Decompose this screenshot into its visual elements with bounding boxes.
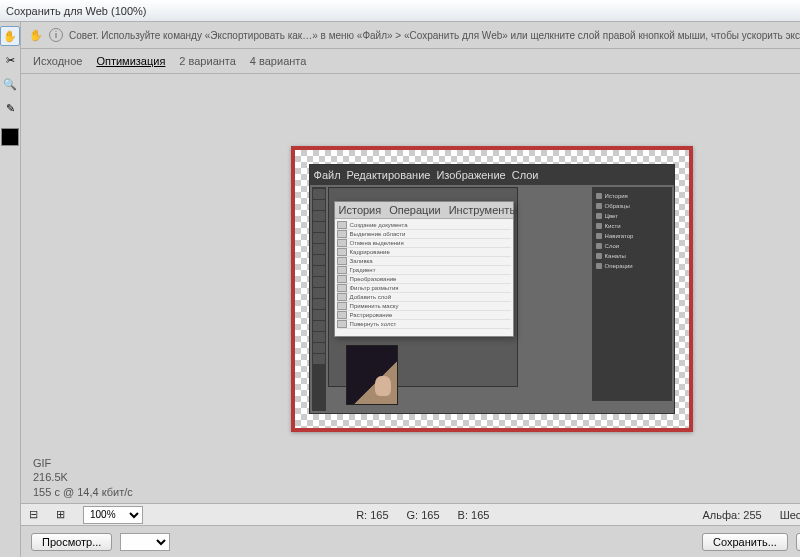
tab-2up[interactable]: 2 варианта (179, 53, 236, 69)
foreground-swatch[interactable] (1, 128, 19, 146)
tab-original[interactable]: Исходное (33, 53, 82, 69)
tip-bar: ✋ i Совет. Используйте команду «Экспорти… (21, 22, 800, 49)
eyedropper-tool-icon[interactable]: ✎ (0, 98, 20, 118)
status-g: G: 165 (407, 509, 440, 521)
tab-4up[interactable]: 4 варианта (250, 53, 307, 69)
preview-caption-left: GIF 216.5K 155 c @ 14,4 кбит/с (33, 456, 133, 499)
status-hex: Шестнадц.: A5A5A5 (780, 509, 800, 521)
preview-button[interactable]: Просмотр... (31, 533, 112, 551)
reset-button[interactable]: Сбросить (796, 533, 800, 551)
slice-tool-icon[interactable]: ✂ (0, 50, 20, 70)
status-r: R: 165 (356, 509, 388, 521)
tab-optimized[interactable]: Оптимизация (96, 53, 165, 69)
tip-text: Совет. Используйте команду «Экспортирова… (69, 30, 800, 41)
status-alpha: Альфа: 255 (703, 509, 762, 521)
zoom-tool-icon[interactable]: 🔍 (0, 74, 20, 94)
status-b: B: 165 (458, 509, 490, 521)
zoom-select[interactable]: 100% (83, 506, 143, 524)
info-icon: i (49, 28, 63, 42)
minus-icon[interactable]: ⊟ (29, 508, 38, 521)
view-tabs: Исходное Оптимизация 2 варианта 4 вариан… (21, 49, 800, 74)
status-bar: ⊟ ⊞ 100% R: 165 G: 165 B: 165 Альфа: 255… (21, 503, 800, 525)
hand-tool-icon[interactable]: ✋ (0, 26, 20, 46)
bottom-bar: Просмотр... Сохранить... Сбросить Запомн… (21, 525, 800, 557)
left-toolbar: ✋ ✂ 🔍 ✎ (0, 22, 21, 557)
preview-area: ФайлРедактированиеИзображениеСлои Истори… (21, 74, 800, 503)
window-titlebar: Сохранить для Web (100%) (0, 0, 800, 22)
preview-canvas[interactable]: ФайлРедактированиеИзображениеСлои Истори… (291, 146, 693, 432)
browser-select[interactable] (120, 533, 170, 551)
plus-icon[interactable]: ⊞ (56, 508, 65, 521)
window-title: Сохранить для Web (100%) (6, 5, 147, 17)
save-button[interactable]: Сохранить... (702, 533, 788, 551)
hand-icon: ✋ (29, 29, 43, 42)
inner-app-screenshot: ФайлРедактированиеИзображениеСлои Истори… (309, 164, 675, 414)
